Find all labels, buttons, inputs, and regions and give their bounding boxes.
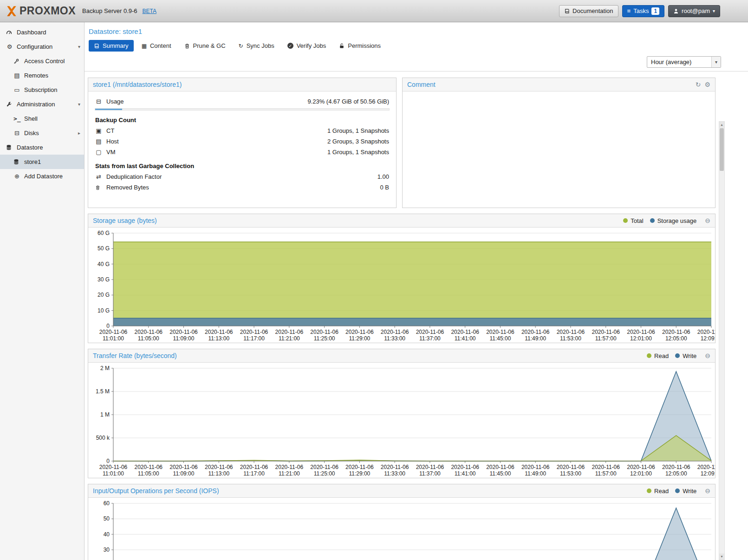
removed-bytes-row: Removed Bytes 0 B [95,182,390,193]
sidebar-item-add-datastore[interactable]: ⊕ Add Datastore [0,169,84,183]
timeframe-select[interactable]: Hour (average) ▾ [647,56,721,68]
database-icon [6,144,13,150]
sidebar-item-label: Remotes [24,72,80,79]
svg-text:30: 30 [104,547,110,553]
svg-text:2020-11-06: 2020-11-06 [275,329,304,335]
svg-text:30 G: 30 G [98,276,110,283]
svg-text:2020-11-06: 2020-11-06 [169,329,198,335]
svg-text:2020-11-06: 2020-11-06 [697,329,715,335]
svg-text:2020-11-06: 2020-11-06 [486,464,514,470]
tab-label: Permissions [348,42,381,49]
svg-text:12:09:00: 12:09:00 [701,335,715,342]
user-menu-button[interactable]: root@pam ▾ [668,5,720,17]
storage-usage-panel: Storage usage (bytes) Total Storage usag… [88,214,715,343]
svg-text:11:53:00: 11:53:00 [560,470,581,477]
svg-text:60: 60 [104,500,110,507]
svg-text:11:33:00: 11:33:00 [384,335,405,342]
proxmox-logo-icon [6,5,18,17]
plus-circle-icon: ⊕ [13,173,20,179]
svg-text:11:57:00: 11:57:00 [595,335,617,342]
row-label: Removed Bytes [106,184,149,191]
sidebar-item-label: Shell [24,115,80,122]
tab-verify-jobs[interactable]: ✓ Verify Jobs [282,40,332,52]
svg-text:40 G: 40 G [98,261,110,267]
documentation-button[interactable]: Documentation [559,5,618,17]
user-label: root@pam [682,7,710,14]
sidebar-item-store1[interactable]: store1 [0,155,84,169]
sidebar-item-label: Add Datastore [24,173,80,180]
scroll-down-button[interactable]: ▼ [719,553,724,560]
sidebar-item-access-control[interactable]: Access Control [0,54,84,68]
svg-text:11:13:00: 11:13:00 [208,335,229,342]
sidebar-item-dashboard[interactable]: Dashboard [0,25,84,39]
transfer-rate-panel: Transfer Rate (bytes/second) Read Write [88,349,715,478]
svg-text:11:41:00: 11:41:00 [455,335,476,342]
tab-sync-jobs[interactable]: ↻ Sync Jobs [234,40,280,52]
svg-text:2020-11-06: 2020-11-06 [275,464,304,470]
sidebar-item-shell[interactable]: >_ Shell [0,111,84,126]
svg-text:2020-11-06: 2020-11-06 [416,329,444,335]
main-area: Datastore: store1 Summary ▦ Content Prun… [85,22,748,560]
scroll-up-button[interactable]: ▲ [719,122,724,128]
legend-dot-green [647,488,651,493]
tasks-button[interactable]: ≡ Tasks 1 [622,5,665,17]
svg-text:11:45:00: 11:45:00 [489,335,511,342]
hdd-icon: ⊟ [95,98,102,104]
svg-text:11:21:00: 11:21:00 [279,335,300,342]
beta-link[interactable]: BETA [143,8,156,14]
chevron-right-icon[interactable]: ▸ [78,130,80,136]
svg-text:12:01:00: 12:01:00 [630,335,652,342]
svg-text:2020-11-06: 2020-11-06 [592,464,620,470]
gear-icon[interactable]: ⚙ [704,81,710,88]
chevron-down-icon[interactable]: ▾ [78,102,80,107]
sidebar-item-label: Configuration [17,43,74,50]
legend-dot-green [623,218,628,223]
tab-summary[interactable]: Summary [89,40,134,52]
sidebar-item-configuration[interactable]: ⚙ Configuration ▾ [0,39,84,54]
reload-icon[interactable]: ↻ [696,81,701,88]
sidebar-item-datastore[interactable]: Datastore [0,140,84,155]
building-icon: ▤ [95,138,102,144]
svg-text:12:01:00: 12:01:00 [630,470,652,477]
comment-body[interactable] [403,91,715,101]
sidebar-item-disks[interactable]: ⊟ Disks ▸ [0,126,84,140]
legend-item-total: Total [623,217,643,224]
collapse-chart-icon[interactable]: ⊖ [705,217,710,224]
collapse-chart-icon[interactable]: ⊖ [705,352,710,359]
dashboard-icon [6,29,13,35]
sidebar-item-subscription[interactable]: ▭ Subscription [0,83,84,97]
svg-text:11:25:00: 11:25:00 [314,470,335,477]
sidebar-item-administration[interactable]: Administration ▾ [0,97,84,111]
usage-progressbar [95,108,390,111]
svg-text:2020-11-06: 2020-11-06 [310,329,338,335]
scrollbar-track[interactable] [719,128,724,553]
svg-text:11:57:00: 11:57:00 [595,470,617,477]
tab-label: Prune & GC [193,42,226,49]
svg-text:11:33:00: 11:33:00 [384,470,405,477]
legend-item-storage-usage: Storage usage [650,217,697,224]
svg-text:1 M: 1 M [100,411,110,418]
comment-panel: Comment ↻ ⚙ [402,78,715,208]
page-title: Datastore: store1 [85,22,748,39]
svg-text:2020-11-06: 2020-11-06 [451,464,479,470]
svg-text:50 G: 50 G [98,245,110,252]
vertical-scrollbar[interactable]: ▲ ▼ [719,121,725,560]
svg-text:40: 40 [104,531,110,538]
tab-content[interactable]: ▦ Content [137,40,176,52]
sidebar-item-label: Dashboard [17,29,80,36]
tab-prune-gc[interactable]: Prune & GC [179,40,231,52]
chevron-down-icon[interactable]: ▾ [78,44,80,49]
tab-permissions[interactable]: Permissions [334,40,386,52]
ticket-icon: ▭ [13,87,20,93]
tab-label: Verify Jobs [297,42,326,49]
svg-text:2020-11-06: 2020-11-06 [627,464,655,470]
collapse-chart-icon[interactable]: ⊖ [705,488,710,494]
storage-usage-chart: 010 G20 G30 G40 G50 G60 G2020-11-0611:01… [88,228,715,343]
svg-text:11:25:00: 11:25:00 [314,335,335,342]
svg-text:2020-11-06: 2020-11-06 [381,464,409,470]
legend-dot-green [647,353,651,358]
scrollbar-thumb[interactable] [720,128,724,171]
sidebar: Dashboard ⚙ Configuration ▾ Access Contr… [0,22,85,560]
sidebar-item-remotes[interactable]: ▤ Remotes [0,68,84,83]
legend-label: Read [654,352,669,359]
